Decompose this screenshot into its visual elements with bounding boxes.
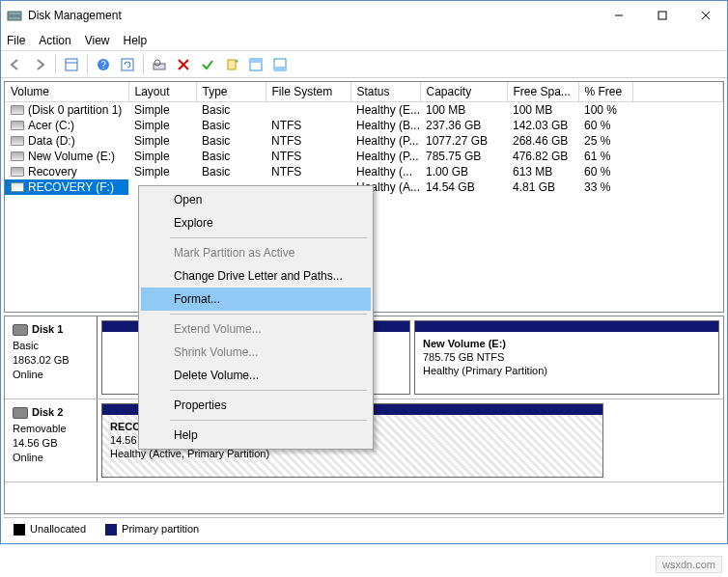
volume-icon [11,105,24,115]
volume-icon [11,136,24,146]
cell-cap: 1.00 GB [420,164,507,179]
col-free[interactable]: Free Spa... [507,82,578,102]
svg-rect-1 [8,16,21,20]
cell-cap: 1077.27 GB [420,133,507,149]
volume-icon [11,151,24,161]
cell-name: Recovery [5,164,128,179]
context-item[interactable]: Open [141,188,371,211]
svg-text:?: ? [100,60,106,70]
cell-status: Healthy (... [350,164,420,179]
volume-table[interactable]: Volume Layout Type File System Status Ca… [5,82,723,195]
list-bottom-icon[interactable] [269,54,291,75]
col-pctfree[interactable]: % Free [578,82,632,102]
cell-free: 100 MB [507,102,578,119]
disk-label: Disk 2 [32,405,63,420]
window-title: Disk Management [28,9,597,22]
svg-rect-18 [250,59,262,63]
context-item[interactable]: Help [141,424,371,447]
close-button[interactable] [684,2,727,29]
context-separator [170,314,367,315]
svg-text:+: + [235,58,238,66]
help-icon[interactable]: ? [93,54,114,75]
cell-cap: 237.36 GB [420,118,507,133]
cell-fs: NTFS [266,133,350,149]
col-status[interactable]: Status [350,82,420,102]
cell-type: Basic [196,149,266,164]
table-row[interactable]: Data (D:)SimpleBasicNTFSHealthy (P...107… [5,133,723,149]
svg-rect-6 [66,59,77,70]
menu-help[interactable]: Help [124,34,148,47]
minimize-button[interactable] [597,2,640,29]
cell-cap: 785.75 GB [420,149,507,164]
context-item[interactable]: Properties [141,394,371,417]
check-icon[interactable] [197,54,218,75]
disk-size: 1863.02 GB [13,353,89,368]
list-top-icon[interactable] [245,54,266,75]
back-button[interactable] [5,54,26,75]
disk-type: Removable [13,422,89,436]
context-separator [170,390,367,391]
menu-action[interactable]: Action [39,34,70,47]
new-icon[interactable]: + [221,54,242,75]
window-controls [597,2,727,29]
cell-fs: NTFS [266,118,350,133]
cell-status: Healthy (P... [350,149,420,164]
legend: Unallocated Primary partition [4,517,724,540]
col-type[interactable]: Type [196,82,266,102]
cell-free: 268.46 GB [507,133,578,149]
cell-pct: 60 % [578,164,632,179]
disk-state: Online [13,368,89,382]
toolbar: ? + [1,51,727,78]
view-settings-icon[interactable] [61,54,82,75]
delete-icon[interactable] [173,54,194,75]
rescan-icon[interactable] [149,54,170,75]
cell-status: Healthy (B... [350,118,420,133]
cell-pct: 100 % [578,102,632,119]
cell-name: Data (D:) [5,133,128,149]
disk-icon [13,407,28,419]
svg-rect-3 [658,12,666,19]
app-icon [7,8,22,23]
toolbar-sep [87,55,88,74]
context-item[interactable]: Explore [141,211,371,234]
col-filesystem[interactable]: File System [266,82,350,102]
partition-new-volume[interactable]: New Volume (E:) 785.75 GB NTFS Healthy (… [414,320,719,395]
cell-pct: 33 % [578,179,632,195]
context-separator [170,420,367,421]
cell-layout: Simple [128,133,196,149]
maximize-button[interactable] [640,2,684,29]
table-row[interactable]: Acer (C:)SimpleBasicNTFSHealthy (B...237… [5,118,723,133]
context-menu[interactable]: OpenExploreMark Partition as ActiveChang… [138,185,374,450]
context-item[interactable]: Delete Volume... [141,364,371,387]
watermark: wsxdn.com [656,556,722,573]
col-volume[interactable]: Volume [5,82,128,102]
forward-button[interactable] [29,54,50,75]
context-item: Extend Volume... [141,317,371,341]
cell-name: (Disk 0 partition 1) [5,102,128,119]
table-row[interactable]: New Volume (E:)SimpleBasicNTFSHealthy (P… [5,149,723,164]
col-capacity[interactable]: Capacity [420,82,507,102]
menu-view[interactable]: View [85,34,110,47]
table-row[interactable]: RecoverySimpleBasicNTFSHealthy (...1.00 … [5,164,723,179]
column-headers[interactable]: Volume Layout Type File System Status Ca… [5,82,723,102]
col-layout[interactable]: Layout [128,82,196,102]
titlebar: Disk Management [1,1,727,30]
cell-fs: NTFS [266,149,350,164]
table-row[interactable]: (Disk 0 partition 1)SimpleBasicHealthy (… [5,102,723,119]
disk-info[interactable]: Disk 2 Removable 14.56 GB Online [5,399,98,481]
cell-free: 476.82 GB [507,149,578,164]
cell-type: Basic [196,133,266,149]
svg-rect-0 [8,12,21,15]
context-item[interactable]: Change Drive Letter and Paths... [141,264,371,288]
disk-size: 14.56 GB [13,436,89,451]
toolbar-sep [55,55,56,74]
cell-cap: 14.54 GB [420,179,507,195]
disk-icon [13,324,28,336]
context-separator [170,237,367,238]
context-item[interactable]: Format... [141,288,371,311]
menu-file[interactable]: File [7,34,25,47]
disk-info[interactable]: Disk 1 Basic 1863.02 GB Online [5,316,98,398]
volume-icon [11,182,24,192]
cell-name: Acer (C:) [5,118,128,133]
refresh-icon[interactable] [117,54,138,75]
